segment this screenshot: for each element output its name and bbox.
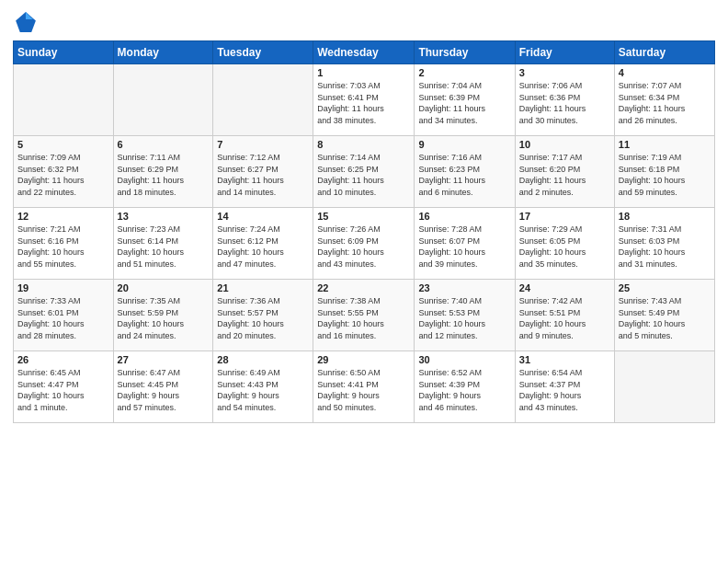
day-info: Sunrise: 7:42 AM Sunset: 5:51 PM Dayligh… xyxy=(519,295,610,341)
day-info: Sunrise: 6:45 AM Sunset: 4:47 PM Dayligh… xyxy=(17,367,109,413)
week-row: 12Sunrise: 7:21 AM Sunset: 6:16 PM Dayli… xyxy=(14,208,715,280)
calendar-cell xyxy=(213,64,313,136)
day-number: 24 xyxy=(519,282,610,293)
day-info: Sunrise: 7:06 AM Sunset: 6:36 PM Dayligh… xyxy=(519,80,610,126)
day-info: Sunrise: 6:49 AM Sunset: 4:43 PM Dayligh… xyxy=(217,367,309,413)
day-of-week-header: Tuesday xyxy=(213,41,313,64)
day-info: Sunrise: 7:36 AM Sunset: 5:57 PM Dayligh… xyxy=(217,295,309,341)
calendar-cell: 21Sunrise: 7:36 AM Sunset: 5:57 PM Dayli… xyxy=(213,280,313,351)
day-number: 8 xyxy=(317,139,410,150)
day-info: Sunrise: 7:21 AM Sunset: 6:16 PM Dayligh… xyxy=(17,224,109,270)
day-info: Sunrise: 7:26 AM Sunset: 6:09 PM Dayligh… xyxy=(317,224,410,270)
calendar-table: SundayMondayTuesdayWednesdayThursdayFrid… xyxy=(13,40,715,423)
day-of-week-header: Friday xyxy=(515,41,614,64)
day-info: Sunrise: 7:16 AM Sunset: 6:23 PM Dayligh… xyxy=(418,152,510,198)
day-info: Sunrise: 7:12 AM Sunset: 6:27 PM Dayligh… xyxy=(217,152,309,198)
day-info: Sunrise: 7:14 AM Sunset: 6:25 PM Dayligh… xyxy=(317,152,410,198)
day-number: 14 xyxy=(217,211,309,222)
day-of-week-header: Thursday xyxy=(415,41,515,64)
day-number: 5 xyxy=(17,139,109,150)
day-number: 22 xyxy=(317,282,410,293)
day-info: Sunrise: 7:17 AM Sunset: 6:20 PM Dayligh… xyxy=(519,152,610,198)
day-info: Sunrise: 7:29 AM Sunset: 6:05 PM Dayligh… xyxy=(519,224,610,270)
days-header-row: SundayMondayTuesdayWednesdayThursdayFrid… xyxy=(14,41,715,64)
day-number: 26 xyxy=(17,354,109,365)
day-number: 10 xyxy=(519,139,610,150)
page-header xyxy=(13,9,715,35)
day-info: Sunrise: 7:38 AM Sunset: 5:55 PM Dayligh… xyxy=(317,295,410,341)
day-info: Sunrise: 7:35 AM Sunset: 5:59 PM Dayligh… xyxy=(118,295,210,341)
calendar-cell: 11Sunrise: 7:19 AM Sunset: 6:18 PM Dayli… xyxy=(614,136,714,208)
day-number: 9 xyxy=(418,139,510,150)
day-number: 21 xyxy=(217,282,309,293)
day-number: 27 xyxy=(118,354,210,365)
day-number: 17 xyxy=(519,211,610,222)
calendar-cell: 6Sunrise: 7:11 AM Sunset: 6:29 PM Daylig… xyxy=(113,136,213,208)
calendar-cell: 18Sunrise: 7:31 AM Sunset: 6:03 PM Dayli… xyxy=(614,208,714,280)
calendar-cell xyxy=(113,64,213,136)
week-row: 5Sunrise: 7:09 AM Sunset: 6:32 PM Daylig… xyxy=(14,136,715,208)
day-number: 31 xyxy=(519,354,610,365)
day-info: Sunrise: 7:43 AM Sunset: 5:49 PM Dayligh… xyxy=(619,295,711,341)
calendar-cell: 12Sunrise: 7:21 AM Sunset: 6:16 PM Dayli… xyxy=(14,208,114,280)
calendar-cell: 20Sunrise: 7:35 AM Sunset: 5:59 PM Dayli… xyxy=(113,280,213,351)
logo-icon xyxy=(13,9,39,35)
week-row: 1Sunrise: 7:03 AM Sunset: 6:41 PM Daylig… xyxy=(14,64,715,136)
day-info: Sunrise: 7:23 AM Sunset: 6:14 PM Dayligh… xyxy=(118,224,210,270)
day-info: Sunrise: 7:09 AM Sunset: 6:32 PM Dayligh… xyxy=(17,152,109,198)
day-number: 20 xyxy=(118,282,210,293)
calendar-cell: 8Sunrise: 7:14 AM Sunset: 6:25 PM Daylig… xyxy=(313,136,415,208)
week-row: 26Sunrise: 6:45 AM Sunset: 4:47 PM Dayli… xyxy=(14,351,715,423)
calendar-cell: 4Sunrise: 7:07 AM Sunset: 6:34 PM Daylig… xyxy=(614,64,714,136)
day-info: Sunrise: 7:24 AM Sunset: 6:12 PM Dayligh… xyxy=(217,224,309,270)
calendar-cell: 3Sunrise: 7:06 AM Sunset: 6:36 PM Daylig… xyxy=(515,64,614,136)
day-info: Sunrise: 7:04 AM Sunset: 6:39 PM Dayligh… xyxy=(418,80,510,126)
calendar-cell: 1Sunrise: 7:03 AM Sunset: 6:41 PM Daylig… xyxy=(313,64,415,136)
calendar-cell: 22Sunrise: 7:38 AM Sunset: 5:55 PM Dayli… xyxy=(313,280,415,351)
day-info: Sunrise: 7:33 AM Sunset: 6:01 PM Dayligh… xyxy=(17,295,109,341)
calendar-cell: 9Sunrise: 7:16 AM Sunset: 6:23 PM Daylig… xyxy=(415,136,515,208)
calendar-cell: 17Sunrise: 7:29 AM Sunset: 6:05 PM Dayli… xyxy=(515,208,614,280)
svg-marker-1 xyxy=(26,12,33,19)
day-of-week-header: Saturday xyxy=(614,41,714,64)
day-info: Sunrise: 7:07 AM Sunset: 6:34 PM Dayligh… xyxy=(619,80,711,126)
day-number: 13 xyxy=(118,211,210,222)
calendar-cell xyxy=(614,351,714,423)
day-info: Sunrise: 7:28 AM Sunset: 6:07 PM Dayligh… xyxy=(418,224,510,270)
day-number: 12 xyxy=(17,211,109,222)
day-number: 19 xyxy=(17,282,109,293)
day-number: 3 xyxy=(519,67,610,78)
calendar-cell: 29Sunrise: 6:50 AM Sunset: 4:41 PM Dayli… xyxy=(313,351,415,423)
day-number: 15 xyxy=(317,211,410,222)
day-info: Sunrise: 6:50 AM Sunset: 4:41 PM Dayligh… xyxy=(317,367,410,413)
calendar-cell: 15Sunrise: 7:26 AM Sunset: 6:09 PM Dayli… xyxy=(313,208,415,280)
calendar-cell: 26Sunrise: 6:45 AM Sunset: 4:47 PM Dayli… xyxy=(14,351,114,423)
day-number: 7 xyxy=(217,139,309,150)
week-row: 19Sunrise: 7:33 AM Sunset: 6:01 PM Dayli… xyxy=(14,280,715,351)
day-number: 28 xyxy=(217,354,309,365)
day-number: 4 xyxy=(619,67,711,78)
day-info: Sunrise: 7:31 AM Sunset: 6:03 PM Dayligh… xyxy=(619,224,711,270)
calendar-cell: 24Sunrise: 7:42 AM Sunset: 5:51 PM Dayli… xyxy=(515,280,614,351)
day-number: 29 xyxy=(317,354,410,365)
day-info: Sunrise: 7:19 AM Sunset: 6:18 PM Dayligh… xyxy=(619,152,711,198)
day-of-week-header: Wednesday xyxy=(313,41,415,64)
day-of-week-header: Sunday xyxy=(14,41,114,64)
calendar-cell: 28Sunrise: 6:49 AM Sunset: 4:43 PM Dayli… xyxy=(213,351,313,423)
day-info: Sunrise: 6:54 AM Sunset: 4:37 PM Dayligh… xyxy=(519,367,610,413)
day-info: Sunrise: 7:11 AM Sunset: 6:29 PM Dayligh… xyxy=(118,152,210,198)
day-number: 11 xyxy=(619,139,711,150)
day-number: 16 xyxy=(418,211,510,222)
logo xyxy=(13,9,42,35)
day-of-week-header: Monday xyxy=(113,41,213,64)
calendar-cell xyxy=(14,64,114,136)
calendar-cell: 5Sunrise: 7:09 AM Sunset: 6:32 PM Daylig… xyxy=(14,136,114,208)
day-number: 25 xyxy=(619,282,711,293)
calendar-cell: 25Sunrise: 7:43 AM Sunset: 5:49 PM Dayli… xyxy=(614,280,714,351)
day-info: Sunrise: 7:40 AM Sunset: 5:53 PM Dayligh… xyxy=(418,295,510,341)
calendar-cell: 2Sunrise: 7:04 AM Sunset: 6:39 PM Daylig… xyxy=(415,64,515,136)
day-number: 18 xyxy=(619,211,711,222)
calendar-cell: 23Sunrise: 7:40 AM Sunset: 5:53 PM Dayli… xyxy=(415,280,515,351)
calendar-cell: 19Sunrise: 7:33 AM Sunset: 6:01 PM Dayli… xyxy=(14,280,114,351)
calendar-cell: 16Sunrise: 7:28 AM Sunset: 6:07 PM Dayli… xyxy=(415,208,515,280)
